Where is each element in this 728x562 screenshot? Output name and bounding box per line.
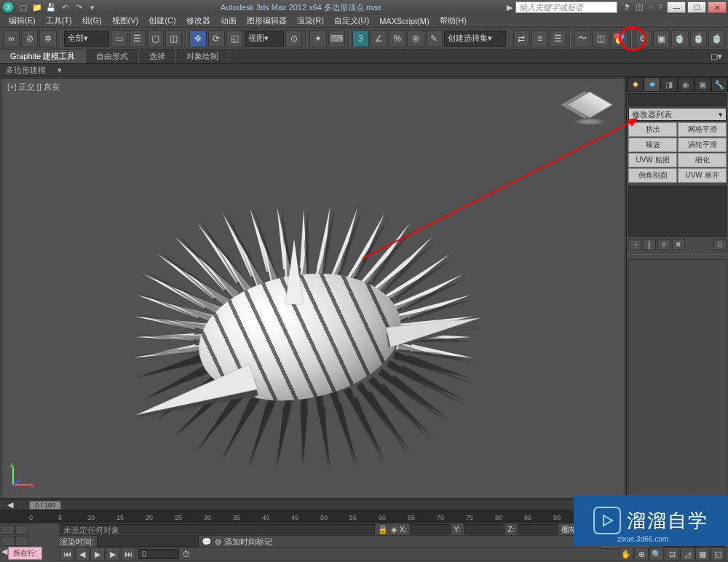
menu-grapheditor[interactable]: 图形编辑器 <box>242 15 291 27</box>
percent-snap-icon[interactable]: % <box>389 30 405 47</box>
current-frame-field[interactable]: 0 <box>138 549 179 559</box>
mod-tessellate[interactable]: 细化 <box>678 153 727 167</box>
zoom-all-icon[interactable]: ⊡ <box>665 547 679 561</box>
x-field[interactable] <box>410 524 451 534</box>
time-config-icon[interactable]: ⏱ <box>182 550 190 558</box>
menu-edit[interactable]: 编辑(E) <box>4 15 40 27</box>
ribbon-expand-icon[interactable]: ▢▾ <box>705 52 728 61</box>
fov-icon[interactable]: ◿ <box>680 547 695 561</box>
render-production-icon[interactable]: 🍵 <box>671 30 688 47</box>
select-move-icon[interactable]: ✥ <box>189 30 206 47</box>
snap-toggle-icon[interactable]: 3 <box>352 30 369 47</box>
select-icon[interactable]: ▭ <box>111 30 127 47</box>
z-field[interactable] <box>518 524 558 534</box>
maxscript-mini-icon[interactable] <box>15 525 28 535</box>
comm-center-icon[interactable]: 💬 <box>202 537 212 547</box>
favorite-icon[interactable]: ☆ <box>647 3 654 12</box>
info-key-icon[interactable]: ⚿ <box>636 3 644 12</box>
qat-open-icon[interactable]: 📁 <box>31 1 43 13</box>
binoculars-icon[interactable]: 🔭 <box>622 3 632 12</box>
zoom-icon[interactable]: 🔍 <box>649 547 664 561</box>
keyboard-shortcut-icon[interactable]: ⌨ <box>328 30 345 47</box>
menu-animation[interactable]: 动画 <box>216 15 241 27</box>
window-crossing-icon[interactable]: ◫ <box>165 30 182 47</box>
config-mod-icon[interactable]: ☰ <box>713 239 727 250</box>
menu-maxscript[interactable]: MAXScript(M) <box>375 16 433 26</box>
render-iterative-icon[interactable]: 🍵 <box>690 30 707 47</box>
maximize-button[interactable]: ☐ <box>687 1 706 13</box>
add-timetag-label[interactable]: 添加时间标记 <box>224 537 272 547</box>
cmdtab-create-icon[interactable] <box>627 77 644 92</box>
next-frame-icon[interactable]: ▶ <box>106 547 120 561</box>
angle-snap-icon[interactable]: ∠ <box>371 30 387 47</box>
title-play-icon[interactable]: ▶ <box>507 3 513 12</box>
script-listener-icon[interactable] <box>1 525 15 535</box>
pan-icon[interactable]: ✋ <box>619 547 633 561</box>
qat-redo-icon[interactable]: ↷ <box>73 1 84 13</box>
qat-undo-icon[interactable]: ↶ <box>59 1 71 13</box>
ribbon-panel-polymodel[interactable]: 多边形建模 <box>6 65 46 76</box>
menu-rendering[interactable]: 渲染(R) <box>293 15 328 27</box>
abs-rel-icon[interactable]: ◈ <box>391 525 397 534</box>
add-timetag-icon[interactable]: ⊕ <box>215 537 221 547</box>
object-name-field[interactable] <box>628 93 727 106</box>
prev-tag-icon[interactable]: ◀ <box>1 547 7 560</box>
menu-tools[interactable]: 工具(T) <box>41 15 76 27</box>
lock-selection-icon[interactable]: 🔒 <box>378 525 388 534</box>
cmdtab-display-icon[interactable]: ▣ <box>695 77 711 92</box>
search-input[interactable]: 输入关键字或短语 <box>515 1 617 13</box>
menu-view[interactable]: 视图(V) <box>108 15 143 27</box>
bind-icon[interactable]: ✲ <box>39 30 56 47</box>
play-icon[interactable]: ▶ <box>90 547 105 561</box>
teapot-icon[interactable]: 🍵 <box>708 30 725 47</box>
minimize-button[interactable]: — <box>667 1 686 13</box>
menu-help[interactable]: 帮助(H) <box>435 15 471 27</box>
select-name-icon[interactable]: ☰ <box>129 30 146 47</box>
rendered-frame-icon[interactable]: ▣ <box>653 30 670 47</box>
close-button[interactable]: ✕ <box>708 1 727 13</box>
ribbon-tab-objectpaint[interactable]: 对象绘制 <box>176 50 229 63</box>
make-unique-icon[interactable]: ∀ <box>657 239 670 250</box>
remove-mod-icon[interactable]: ✖ <box>672 239 685 250</box>
lock-icon[interactable] <box>15 536 28 546</box>
curve-editor-icon[interactable]: 〜 <box>574 30 590 47</box>
menu-group[interactable]: 组(G) <box>78 15 106 27</box>
qat-new-icon[interactable]: ▢ <box>17 1 29 13</box>
named-selset-select[interactable]: 创建选择集 ▾ <box>444 31 506 47</box>
align-icon[interactable]: ≡ <box>531 30 548 47</box>
mirror-icon[interactable]: ⇄ <box>513 30 530 47</box>
spinner-snap-icon[interactable]: ⊚ <box>407 30 424 47</box>
ribbon-tab-graphite[interactable]: Graphite 建模工具 <box>0 50 86 63</box>
isolate-icon[interactable] <box>1 536 15 546</box>
select-scale-icon[interactable]: ◱ <box>226 30 243 47</box>
ribbon-tab-selection[interactable]: 选择 <box>139 50 176 63</box>
ribbon-panel-dropdown-icon[interactable]: ▾ <box>58 66 62 76</box>
time-slider-handle[interactable]: 0 / 100 <box>29 501 61 510</box>
app-logo[interactable]: 3 <box>1 1 15 14</box>
menu-create[interactable]: 创建(C) <box>144 15 180 27</box>
goto-start-icon[interactable]: ⏮ <box>60 547 74 561</box>
schematic-view-icon[interactable]: ◫ <box>593 30 609 47</box>
zoom-extents-icon[interactable]: ▦ <box>695 547 710 561</box>
viewport[interactable]: [+] 正交 [] 真实 zx <box>1 78 625 499</box>
mod-turbosmooth[interactable]: 涡轮平滑 <box>678 138 727 152</box>
link-icon[interactable]: ∞ <box>3 30 20 47</box>
cmdtab-utilities-icon[interactable]: 🔧 <box>711 77 728 92</box>
viewport-label[interactable]: [+] 正交 [] 真实 <box>7 82 60 92</box>
help-icon[interactable]: ? <box>658 3 662 12</box>
edit-selset-icon[interactable]: ✎ <box>426 30 443 47</box>
refcoord-select[interactable]: 视图 ▾ <box>245 31 284 47</box>
qat-dropdown-icon[interactable]: ▾ <box>87 1 98 13</box>
select-region-icon[interactable]: ▢ <box>147 30 164 47</box>
current-row-button[interactable]: 所在行: <box>8 547 42 560</box>
goto-end-icon[interactable]: ⏭ <box>121 547 135 561</box>
prev-frame-icon[interactable]: ◀ <box>75 547 90 561</box>
y-field[interactable] <box>464 524 505 534</box>
menu-customize[interactable]: 自定义(U) <box>330 15 373 27</box>
ribbon-tab-freeform[interactable]: 自由形式 <box>86 50 139 63</box>
qat-save-icon[interactable]: 💾 <box>45 1 57 13</box>
timeslider-left-icon[interactable]: ◀ <box>7 500 13 510</box>
layers-icon[interactable]: ☰ <box>550 30 566 47</box>
arc-rotate-icon[interactable]: ⊕ <box>634 547 649 561</box>
cmdtab-hierarchy-icon[interactable]: ◨ <box>660 77 677 92</box>
